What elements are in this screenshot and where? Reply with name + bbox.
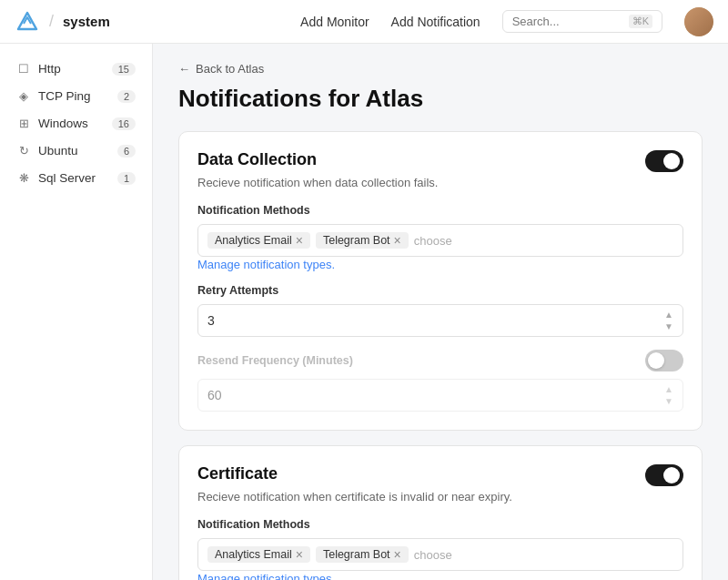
tag-label: Analytics Email — [215, 548, 292, 561]
resend-frequency-row: Resend Frequency (Minutes) — [197, 350, 683, 371]
cert-tag-analytics-email: Analytics Email × — [207, 546, 310, 563]
avatar[interactable] — [684, 7, 713, 36]
logo-area: / system — [15, 9, 110, 35]
back-link-text: Back to Atlas — [196, 62, 264, 76]
http-icon: ☐ — [16, 62, 31, 76]
ubuntu-icon: ↻ — [16, 144, 31, 158]
cert-tag-remove-telegram[interactable]: × — [394, 548, 401, 561]
sidebar-item-tcp-ping[interactable]: ◈ TCP Ping 2 — [4, 83, 148, 109]
header-slash: / — [49, 12, 54, 31]
sidebar-item-windows[interactable]: ⊞ Windows 16 — [4, 110, 148, 137]
certificate-toggle[interactable] — [645, 464, 683, 486]
sidebar-item-http[interactable]: ☐ Http 15 — [4, 56, 148, 82]
certificate-title: Certificate — [197, 464, 278, 483]
sidebar-label-sql-server: Sql Server — [38, 171, 96, 185]
cert-card-header: Certificate — [197, 464, 683, 486]
card-header: Data Collection — [197, 150, 683, 172]
sidebar-label-http: Http — [38, 62, 61, 76]
tag-choose-placeholder[interactable]: choose — [414, 234, 452, 248]
add-monitor-link[interactable]: Add Monitor — [300, 15, 369, 29]
cert-notification-methods-input[interactable]: Analytics Email × Telegram Bot × choose — [197, 538, 683, 571]
cert-tag-telegram-bot: Telegram Bot × — [316, 546, 409, 563]
data-collection-desc: Recieve notification when data collectio… — [197, 176, 683, 189]
sidebar-badge-sql-server: 1 — [117, 172, 136, 185]
resend-frequency-input — [207, 388, 581, 402]
retry-spinner-up[interactable]: ▲ — [664, 310, 673, 321]
cert-manage-notification-types-link[interactable]: Manage notification types. — [197, 572, 335, 580]
certificate-desc: Recieve notification when certificate is… — [197, 490, 683, 504]
add-notification-link[interactable]: Add Notification — [391, 15, 480, 29]
data-collection-title: Data Collection — [197, 150, 317, 169]
resend-spinner-up: ▲ — [664, 384, 673, 395]
sidebar-badge-ubuntu: 6 — [117, 145, 136, 158]
resend-frequency-input-wrap: ▲ ▼ — [197, 379, 683, 412]
sidebar-badge-tcp-ping: 2 — [117, 90, 136, 103]
tag-remove-telegram[interactable]: × — [394, 234, 401, 247]
notification-methods-label: Notification Methods — [197, 204, 683, 217]
tcp-ping-icon: ◈ — [16, 89, 31, 103]
cert-tag-choose-placeholder[interactable]: choose — [414, 548, 452, 562]
tag-remove-analytics[interactable]: × — [296, 234, 303, 247]
retry-attempts-label: Retry Attempts — [197, 284, 683, 297]
header-nav: Add Monitor Add Notification ⌘K — [300, 7, 713, 36]
app-name: system — [63, 14, 110, 29]
certificate-card: Certificate Recieve notification when ce… — [178, 445, 703, 580]
sidebar-label-tcp-ping: TCP Ping — [38, 89, 91, 103]
logo-icon — [15, 9, 40, 35]
layout: ☐ Http 15 ◈ TCP Ping 2 ⊞ Windows 16 ↻ Ub… — [0, 0, 728, 580]
data-collection-card: Data Collection Recieve notification whe… — [178, 131, 703, 431]
sidebar-badge-http: 15 — [112, 63, 136, 76]
manage-notification-types-link[interactable]: Manage notification types. — [197, 258, 335, 271]
resend-frequency-toggle[interactable] — [645, 350, 683, 371]
windows-icon: ⊞ — [16, 117, 31, 130]
resend-frequency-label: Resend Frequency (Minutes) — [197, 354, 353, 367]
avatar-image — [684, 7, 713, 36]
tag-telegram-bot: Telegram Bot × — [316, 232, 409, 249]
back-arrow-icon: ← — [178, 62, 190, 76]
retry-attempts-input[interactable] — [207, 313, 581, 328]
cert-notification-methods-label: Notification Methods — [197, 518, 683, 531]
notification-methods-input[interactable]: Analytics Email × Telegram Bot × choose — [197, 224, 683, 257]
sidebar-label-ubuntu: Ubuntu — [38, 144, 78, 158]
search-input[interactable] — [512, 15, 622, 28]
app-header: / system Add Monitor Add Notification ⌘K — [0, 0, 728, 44]
sidebar: ☐ Http 15 ◈ TCP Ping 2 ⊞ Windows 16 ↻ Ub… — [0, 44, 153, 580]
main-content: ← Back to Atlas Notifications for Atlas … — [153, 44, 728, 580]
cert-tag-remove-analytics[interactable]: × — [296, 548, 303, 561]
tag-label: Telegram Bot — [323, 234, 390, 247]
resend-spinner-down: ▼ — [664, 396, 673, 407]
retry-spinner-down[interactable]: ▼ — [664, 321, 673, 332]
retry-attempts-input-wrap: ▲ ▼ — [197, 304, 683, 337]
sidebar-badge-windows: 16 — [112, 117, 136, 130]
tag-label: Analytics Email — [215, 234, 292, 247]
sidebar-item-ubuntu[interactable]: ↻ Ubuntu 6 — [4, 137, 148, 164]
tag-analytics-email: Analytics Email × — [207, 232, 310, 249]
data-collection-toggle[interactable] — [645, 150, 683, 172]
tag-label: Telegram Bot — [323, 548, 390, 561]
search-kbd: ⌘K — [629, 15, 652, 28]
search-box: ⌘K — [502, 10, 662, 33]
sidebar-label-windows: Windows — [38, 117, 88, 130]
back-link[interactable]: ← Back to Atlas — [178, 62, 703, 76]
sql-server-icon: ❋ — [16, 171, 31, 185]
sidebar-item-sql-server[interactable]: ❋ Sql Server 1 — [4, 165, 148, 191]
page-title: Notifications for Atlas — [178, 85, 703, 113]
